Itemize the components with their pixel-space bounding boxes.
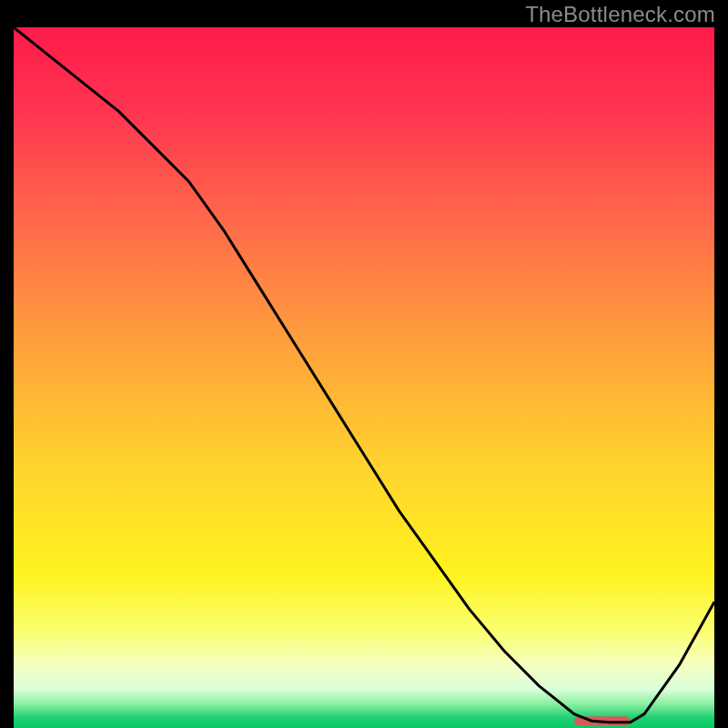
bottleneck-chart <box>14 27 714 728</box>
chart-frame <box>14 27 714 728</box>
gradient-background <box>14 27 714 728</box>
watermark-text: TheBottleneck.com <box>525 2 715 27</box>
